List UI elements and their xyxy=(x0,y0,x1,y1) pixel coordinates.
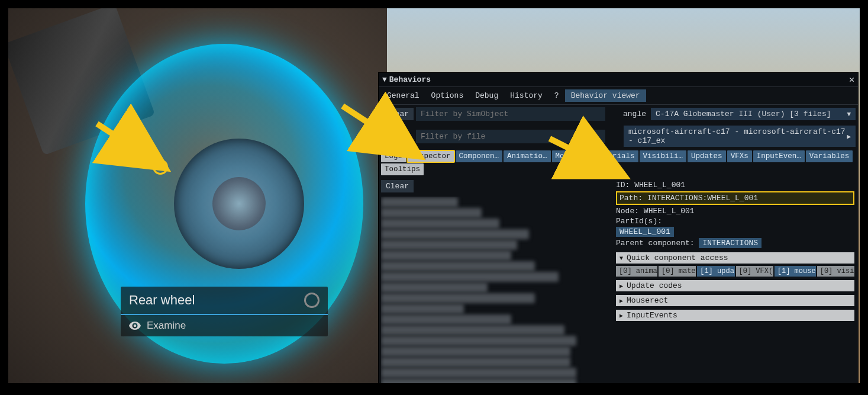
parent-tag[interactable]: INTERACTIONS xyxy=(699,238,761,248)
tab-updates[interactable]: Updates xyxy=(688,150,726,162)
angle-label: angle xyxy=(623,110,646,118)
panel-title: ▼Behaviors xyxy=(382,75,431,84)
list-item[interactable] xyxy=(381,261,535,271)
tooltip-action-text: Examine xyxy=(147,320,186,332)
list-item[interactable] xyxy=(381,229,529,239)
filter-row-2: Clear microsoft-aircraft-c17 - microsoft… xyxy=(379,123,858,149)
list-item[interactable] xyxy=(381,325,564,335)
tab-materials[interactable]: Materials xyxy=(591,150,638,162)
list-item[interactable] xyxy=(381,251,511,261)
list-item[interactable] xyxy=(381,282,488,293)
file-dropdown-text: microsoft-aircraft-c17 - microsoft-aircr… xyxy=(628,127,847,145)
filter-row-1: Clear angle C-17A Globemaster III (User)… xyxy=(379,105,858,123)
list-item[interactable] xyxy=(381,346,570,357)
scene-tooltip: Rear wheel Examine xyxy=(121,287,328,336)
chevron-right-icon: ▶ xyxy=(847,133,851,140)
list-item[interactable] xyxy=(381,272,559,282)
clear-button-2[interactable]: Clear xyxy=(381,180,414,192)
scene-3d: Rear wheel Examine xyxy=(8,8,387,384)
wheel-hub xyxy=(174,139,304,269)
filter-file-input[interactable] xyxy=(416,130,605,143)
list-item[interactable] xyxy=(381,378,576,384)
simobject-dropdown-text: C-17A Globemaster III (User) [3 files] xyxy=(656,110,831,118)
parent-line: Parent component: INTERACTIONS xyxy=(616,237,854,249)
path-line: Path: INTERACTIONS:WHEEL_L_001 xyxy=(616,191,854,205)
tab-logs[interactable]: Logs xyxy=(381,150,406,162)
menu-history[interactable]: History xyxy=(504,89,548,102)
id-line: ID: WHEEL_L_001 xyxy=(616,180,854,190)
tooltip-state-icon xyxy=(304,293,320,308)
tooltip-title-row: Rear wheel xyxy=(121,287,328,315)
right-pane: ID: WHEEL_L_001 Path: INTERACTIONS:WHEEL… xyxy=(612,178,858,384)
list-item[interactable] xyxy=(381,293,535,303)
tab-componen[interactable]: Componen… xyxy=(456,150,503,162)
list-item[interactable] xyxy=(381,219,499,229)
chevron-down-icon: ▼ xyxy=(847,111,851,118)
quick-access-chips: [0] anima[0] mate[1] upda[0] VFX([1] mou… xyxy=(616,266,854,277)
filter-simobject-input[interactable] xyxy=(416,107,605,121)
menu-general[interactable]: General xyxy=(381,89,425,102)
menu-debug[interactable]: Debug xyxy=(469,89,504,102)
left-pane: Clear xyxy=(379,178,612,384)
viewport-stage: Rear wheel Examine ▼Behaviors ✕ General … xyxy=(7,7,861,384)
menu-help[interactable]: ? xyxy=(548,89,565,102)
partid-label-line: PartId(s): xyxy=(616,216,854,226)
behaviors-panel[interactable]: ▼Behaviors ✕ General Options Debug Histo… xyxy=(378,72,859,384)
chevron-right-icon xyxy=(619,311,623,320)
list-item[interactable] xyxy=(381,208,482,218)
list-item[interactable] xyxy=(381,357,570,367)
tab-mouser[interactable]: Mouser… xyxy=(552,150,591,162)
tooltip-action-row[interactable]: Examine xyxy=(121,315,328,336)
partid-tag[interactable]: WHEEL_L_001 xyxy=(616,227,674,237)
tooltip-title-text: Rear wheel xyxy=(129,293,195,308)
component-list-blurred[interactable] xyxy=(381,197,610,384)
chip[interactable]: [0] VFX( xyxy=(736,266,773,277)
eye-icon xyxy=(129,322,141,330)
chip[interactable]: [1] upda xyxy=(697,266,734,277)
menu-options[interactable]: Options xyxy=(425,89,470,102)
tab-vfxs[interactable]: VFXs xyxy=(727,150,752,162)
close-icon[interactable]: ✕ xyxy=(849,74,854,85)
panel-menubar: General Options Debug History ? Behavior… xyxy=(379,86,858,105)
section-mouserect[interactable]: Mouserect xyxy=(616,295,854,306)
panel-body: Clear ID: WHEEL_L_001 Path: INTERACTIONS… xyxy=(379,178,858,384)
list-item[interactable] xyxy=(381,368,576,378)
section-update-codes[interactable]: Update codes xyxy=(616,280,854,291)
list-item[interactable] xyxy=(381,336,576,346)
file-dropdown[interactable]: microsoft-aircraft-c17 - microsoft-aircr… xyxy=(624,126,856,147)
tab-animatio[interactable]: Animatio… xyxy=(504,150,551,162)
section-inputevents[interactable]: InputEvents xyxy=(616,310,854,321)
tab-variables[interactable]: Variables xyxy=(806,150,853,162)
list-item[interactable] xyxy=(381,197,458,207)
list-item[interactable] xyxy=(381,240,517,250)
cursor-ring-icon xyxy=(153,159,168,175)
list-item[interactable] xyxy=(381,314,511,325)
tab-inputeven[interactable]: InputEven… xyxy=(753,150,805,162)
chip[interactable]: [0] anima xyxy=(616,266,657,277)
node-line: Node: WHEEL_L_001 xyxy=(616,206,854,216)
tab-tooltips[interactable]: Tooltips xyxy=(381,163,424,175)
chip[interactable]: [0] visi xyxy=(817,266,854,277)
clear-button-1[interactable]: Clear xyxy=(381,108,414,120)
partid-value-line: WHEEL_L_001 xyxy=(616,226,854,237)
chip[interactable]: [0] mate xyxy=(659,266,696,277)
list-item[interactable] xyxy=(381,304,464,314)
menu-behavior-viewer[interactable]: Behavior viewer xyxy=(565,89,646,102)
tab-visibili[interactable]: Visibili… xyxy=(640,150,687,162)
chip[interactable]: [1] mouse xyxy=(775,266,816,277)
chevron-right-icon xyxy=(619,281,623,290)
quick-access-header[interactable]: Quick component access xyxy=(616,252,854,264)
panel-titlebar[interactable]: ▼Behaviors ✕ xyxy=(379,73,858,86)
tab-row: LogsInspectorComponen…Animatio…Mouser…Ma… xyxy=(379,149,858,178)
chevron-down-icon xyxy=(619,253,623,262)
svg-point-0 xyxy=(134,325,137,327)
chevron-right-icon xyxy=(619,296,623,305)
simobject-dropdown[interactable]: C-17A Globemaster III (User) [3 files] ▼ xyxy=(651,108,856,120)
tab-inspector[interactable]: Inspector xyxy=(407,150,454,162)
